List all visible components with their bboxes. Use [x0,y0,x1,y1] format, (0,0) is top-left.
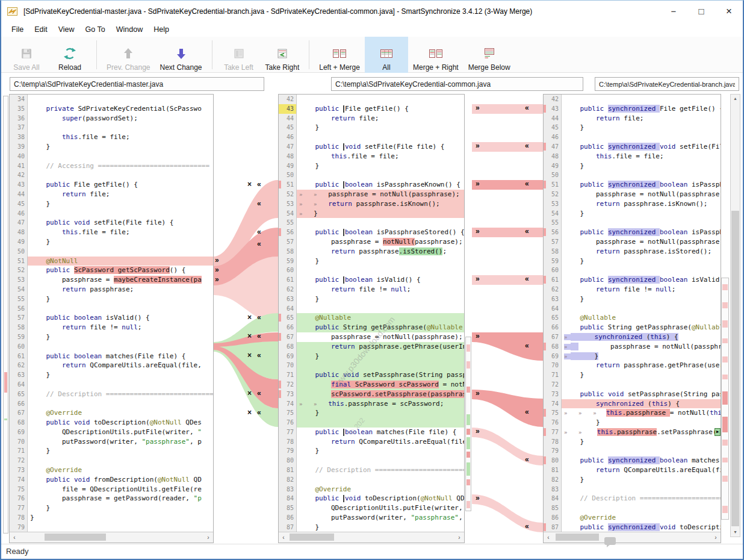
code-text[interactable]: this.file = file; [28,228,213,237]
take-change-left-button[interactable]: « [257,409,261,416]
code-text[interactable]: } [28,370,213,380]
take-change-right-button[interactable]: » [476,428,480,435]
code-text[interactable] [28,380,213,390]
code-text[interactable]: putPassword(writer, "passphrase", p [28,437,213,447]
reject-change-button[interactable]: × [247,314,252,321]
code-text[interactable]: » } [562,352,721,361]
code-text[interactable] [562,170,721,180]
code-text[interactable] [28,247,213,257]
save-all-button[interactable]: Save All [5,37,48,73]
code-text[interactable] [297,132,464,142]
left-file-path-field[interactable] [10,77,264,91]
code-text[interactable] [562,304,721,314]
code-text[interactable] [297,266,464,275]
take-change-left-button[interactable]: « [525,228,529,235]
code-text[interactable]: file = QDescriptionUtils.getFile(re [28,485,213,494]
code-text[interactable]: passphrase = notNull(passphrase); [297,332,464,342]
code-text[interactable] [28,152,213,161]
code-text[interactable]: public synchronized void toDescription( [562,523,721,532]
code-text[interactable]: } [28,237,213,247]
code-text[interactable] [562,132,721,142]
take-change-left-button[interactable]: « [525,523,529,530]
scroll-right-icon[interactable]: › [711,534,721,541]
code-text[interactable]: public boolean isValid() { [297,275,464,285]
code-text[interactable]: } [297,446,464,456]
right-horizontal-scrollbar[interactable]: ‹ › [544,532,721,543]
code-text[interactable]: } [28,503,213,513]
code-text[interactable]: » » return passphrase.isKnown(); [297,199,464,209]
scroll-right-icon[interactable]: › [203,534,213,541]
center-file-path-field[interactable] [331,77,583,91]
code-text[interactable]: public File getFile() { [297,104,464,114]
code-text[interactable] [562,485,721,494]
code-text[interactable]: } [562,437,721,447]
code-text[interactable]: » » this.passphrase.setPassphrase(pass▶ [562,428,721,437]
code-text[interactable]: } [28,332,213,342]
next-change-button[interactable]: Next Change [155,37,207,73]
code-text[interactable]: return passphrase.getPhrase(userInt [562,361,721,370]
reload-button[interactable]: Reload [48,37,91,73]
code-text[interactable]: QDescriptionUtils.putFile(writer, " [28,428,213,437]
take-change-left-button[interactable]: « [525,408,529,415]
code-text[interactable]: } [297,294,464,304]
take-change-left-button[interactable]: « [257,240,261,247]
code-text[interactable]: public File getFile() { [28,180,213,190]
reject-change-button[interactable]: × [247,352,252,359]
code-text[interactable]: » synchronized (this) { [562,332,721,342]
take-change-right-button[interactable]: » [476,275,480,282]
code-text[interactable]: } [28,199,213,209]
code-text[interactable]: » » this.passphrase = scPassword; [297,399,464,409]
code-text[interactable]: return passphrase.isStored(); [562,247,721,257]
code-text[interactable]: public void toDescription(@NotNull QDes [28,418,213,428]
take-change-left-button[interactable]: « [525,342,529,349]
code-text[interactable] [28,95,213,104]
take-change-right-button[interactable]: » [215,266,219,273]
code-text[interactable]: public void setPassphrase(String passph [562,390,721,399]
reject-change-button[interactable]: × [247,409,252,416]
code-text[interactable]: passphrase = notNull(passphrase); [562,190,721,199]
code-text[interactable]: putPassword(writer, "passphrase", p [297,513,464,523]
code-text[interactable]: @Nullable [297,313,464,323]
left-merge-view-button[interactable]: Left + Merge [314,37,365,73]
left-code-editor[interactable]: 3435 private SdPrivateKeyCredential(ScPa… [10,95,213,532]
menu-view[interactable]: View [53,23,80,36]
code-text[interactable]: @Override [297,485,464,494]
code-text[interactable]: } [562,123,721,132]
comment-bubble-icon[interactable] [604,537,616,545]
take-change-left-button[interactable]: « [525,275,529,282]
code-text[interactable]: » » » this.passphrase = notNull(this. [562,408,721,418]
take-change-left-button[interactable]: « [257,352,261,359]
scrollbar-thumb[interactable] [45,534,106,541]
code-text[interactable]: // Description =========================… [297,465,464,475]
code-text[interactable] [28,399,213,409]
code-text[interactable]: private SdPrivateKeyCredential(ScPasswo [28,104,213,114]
code-text[interactable] [297,361,464,370]
code-text[interactable] [562,266,721,275]
code-text[interactable]: } [297,161,464,171]
code-text[interactable]: public synchronized File getFile() { [562,104,721,114]
code-text[interactable]: @Override [28,465,213,475]
code-text[interactable]: public String getPassphrase(@Nullable S [562,323,721,332]
overview-ruler[interactable] [721,278,729,520]
code-text[interactable]: } [562,209,721,219]
code-text[interactable] [297,456,464,465]
code-text[interactable] [297,170,464,180]
take-change-right-button[interactable]: » [476,104,480,111]
code-text[interactable]: } [28,294,213,304]
code-text[interactable]: // Description =========================… [28,390,213,399]
scroll-up-icon[interactable]: ▴ [731,95,740,103]
take-change-left-button[interactable]: « [525,142,529,149]
scrollbar-thumb[interactable] [731,211,739,526]
take-left-button[interactable]: Take Left [217,37,261,73]
code-text[interactable]: public boolean isPassphraseKnown() { [297,180,464,190]
code-text[interactable]: return passphrase; [28,285,213,294]
take-change-left-button[interactable]: « [257,200,261,207]
code-text[interactable]: return QCompareUtils.areEqual(file, [28,361,213,370]
code-text[interactable]: return passphrase.getPhrase(userInt [297,342,464,352]
scrollbar-thumb[interactable] [556,534,599,541]
code-text[interactable] [562,446,721,456]
code-text[interactable]: public ScPassword getScPassword() { [28,266,213,275]
code-text[interactable]: QDescriptionUtils.putFile(writer, " [297,503,464,513]
code-text[interactable]: } [562,475,721,485]
code-text[interactable]: @Override [28,408,213,418]
